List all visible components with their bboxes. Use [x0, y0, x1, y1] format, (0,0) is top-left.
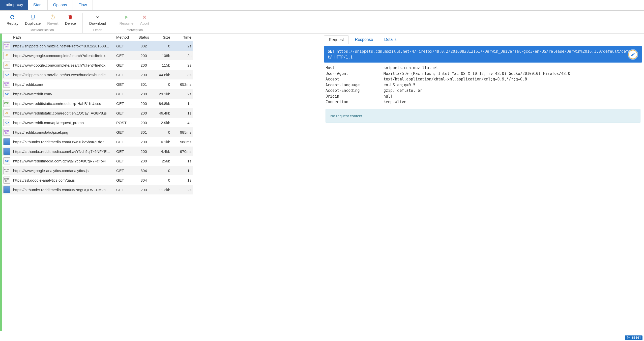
flow-method: POST	[116, 121, 135, 125]
col-time[interactable]: Time	[172, 35, 193, 39]
flow-time: 3s	[172, 73, 193, 77]
content-type-icon: CSS	[3, 100, 10, 107]
flow-method: GET	[116, 188, 135, 192]
flow-status: 200	[135, 149, 152, 154]
flow-path: https://b.thumbs.redditmedia.com/NVN8gOQ…	[12, 188, 116, 192]
header-name: Connection	[326, 99, 384, 105]
flow-path: https://snippets.cdn.mozilla.net/us-west…	[12, 73, 116, 77]
header-name: Origin	[326, 94, 384, 99]
listen-address-badge: [*:8080]	[625, 335, 642, 340]
content-type-icon: HTTP 304	[3, 177, 10, 184]
request-headers: Hostsnippets.cdn.mozilla.netUser-AgentMo…	[322, 64, 644, 106]
content-type-icon: <>	[3, 90, 10, 97]
nav-tab-start[interactable]: Start	[28, 0, 48, 10]
flow-path: https://ssl.google-analytics.com/ga.js	[12, 178, 116, 182]
flow-row[interactable]: https://a.thumbs.redditmedia.com/LavYNch…	[2, 147, 193, 156]
detail-tab-request[interactable]: Request	[324, 35, 349, 44]
header-row[interactable]: User-AgentMozilla/5.0 (Macintosh; Intel …	[326, 71, 640, 77]
flow-row[interactable]: <>https://www.reddit.com/GET20029.1kb2s	[2, 89, 193, 99]
toolbar-button-label: Replay	[7, 21, 18, 25]
flow-method: GET	[116, 178, 135, 182]
nav-tab-flow[interactable]: Flow	[73, 0, 93, 10]
header-row[interactable]: Accept-Languageen-US,en;q=0.5	[326, 82, 640, 88]
col-size[interactable]: Size	[152, 35, 172, 39]
toolbar-button-label: Delete	[65, 21, 76, 25]
flow-row[interactable]: <>https://www.redditmedia.com/gtm/jail?c…	[2, 156, 193, 166]
toolbar-button-label: Duplicate	[25, 21, 41, 25]
flow-status: 304	[135, 168, 152, 173]
flow-size: 0	[152, 130, 172, 134]
flow-row[interactable]: https://b.thumbs.redditmedia.com/D5w0Lkv…	[2, 137, 193, 147]
request-url: https://snippets.cdn.mozilla.net/4/Firef…	[328, 49, 635, 60]
flow-size: 0	[152, 178, 172, 182]
header-row[interactable]: Hostsnippets.cdn.mozilla.net	[326, 65, 640, 71]
detail-tab-details[interactable]: Details	[379, 35, 401, 44]
edit-request-button[interactable]	[628, 50, 637, 59]
col-status[interactable]: Status	[135, 35, 152, 39]
flow-size: 44.8kb	[152, 73, 172, 77]
header-row[interactable]: Connectionkeep-alive	[326, 99, 640, 105]
flow-status: 200	[135, 111, 152, 115]
flow-size: 0	[152, 44, 172, 48]
duplicate-button[interactable]: Duplicate	[22, 13, 44, 26]
pencil-icon	[631, 52, 635, 57]
detail-tab-response[interactable]: Response	[350, 35, 378, 44]
header-value: text/html,application/xhtml+xml,applicat…	[384, 76, 640, 82]
toolbar-group-label: Flow Modification	[28, 28, 54, 32]
flow-time: 1s	[172, 168, 193, 173]
trash-icon	[68, 14, 73, 21]
flow-time: 970ms	[172, 149, 193, 154]
status-bar: [*:8080]	[0, 334, 644, 341]
app-logo: mitmproxy	[0, 0, 28, 10]
flow-method: GET	[116, 149, 135, 154]
revert-button: Revert	[44, 13, 61, 26]
flow-method: GET	[116, 53, 135, 58]
header-row[interactable]: Originnull	[326, 94, 640, 99]
header-value: null	[384, 94, 640, 99]
play-icon	[124, 14, 129, 21]
flow-path: https://b.thumbs.redditmedia.com/D5w0Lkv…	[12, 140, 116, 144]
flow-method: GET	[116, 140, 135, 144]
toolbar-group-label: Export	[93, 28, 102, 32]
content-type-icon: JS	[3, 109, 10, 117]
flow-row[interactable]: HTTP 30xhttps://reddit.com/static/pixel.…	[2, 127, 193, 137]
flow-row[interactable]: <>https://snippets.cdn.mozilla.net/us-we…	[2, 70, 193, 79]
flow-detail: RequestResponseDetails GET https://snipp…	[322, 34, 644, 331]
flow-table-header: Path Method Status Size Time	[2, 34, 193, 41]
content-type-icon	[3, 186, 10, 193]
content-type-icon: HTTP 30x	[3, 42, 10, 49]
flow-row[interactable]: CSShttps://www.redditstatic.com/reddit.-…	[2, 99, 193, 108]
delete-button[interactable]: Delete	[62, 13, 79, 26]
header-row[interactable]: Accepttext/html,application/xhtml+xml,ap…	[326, 76, 640, 82]
flow-time: 2s	[172, 53, 193, 58]
flow-method: GET	[116, 130, 135, 134]
header-row[interactable]: Accept-Encodinggzip, deflate, br	[326, 88, 640, 94]
flow-row[interactable]: HTTP 30xhttps://reddit.com/GET3010652ms	[2, 79, 193, 89]
col-path[interactable]: Path	[12, 35, 116, 39]
flow-method: GET	[116, 101, 135, 106]
flow-row[interactable]: JShttps://www.google.com/complete/search…	[2, 51, 193, 60]
flow-row[interactable]: HTTP 304https://www.google-analytics.com…	[2, 166, 193, 175]
nav-tab-options[interactable]: Options	[48, 0, 73, 10]
flow-row[interactable]: JShttps://www.google.com/complete/search…	[2, 60, 193, 70]
flow-status: 200	[135, 53, 152, 58]
header-name: Accept-Language	[326, 82, 384, 88]
flow-method: GET	[116, 63, 135, 67]
flow-size: 6.1kb	[152, 140, 172, 144]
header-value: snippets.cdn.mozilla.net	[384, 65, 640, 71]
flow-row[interactable]: JShttps://www.redditstatic.com/reddit.en…	[2, 108, 193, 118]
flow-time: 4s	[172, 121, 193, 125]
flow-time: 968ms	[172, 140, 193, 144]
flow-path: https://www.redditstatic.com/reddit.en.1…	[12, 111, 116, 115]
flow-path: https://www.reddit.com/api/request_promo	[12, 121, 116, 125]
flow-row[interactable]: HTTP 304https://ssl.google-analytics.com…	[2, 175, 193, 185]
content-type-icon: JS	[3, 62, 10, 69]
flow-row[interactable]: https://b.thumbs.redditmedia.com/NVN8gOQ…	[2, 185, 193, 194]
flow-status: 200	[135, 92, 152, 96]
content-type-icon	[3, 138, 10, 145]
download-button[interactable]: Download	[86, 13, 109, 26]
flow-row[interactable]: HTTP 30xhttps://snippets.cdn.mozilla.net…	[2, 41, 193, 51]
col-method[interactable]: Method	[116, 35, 135, 39]
flow-row[interactable]: <>https://www.reddit.com/api/request_pro…	[2, 118, 193, 127]
replay-button[interactable]: Replay	[4, 13, 21, 26]
